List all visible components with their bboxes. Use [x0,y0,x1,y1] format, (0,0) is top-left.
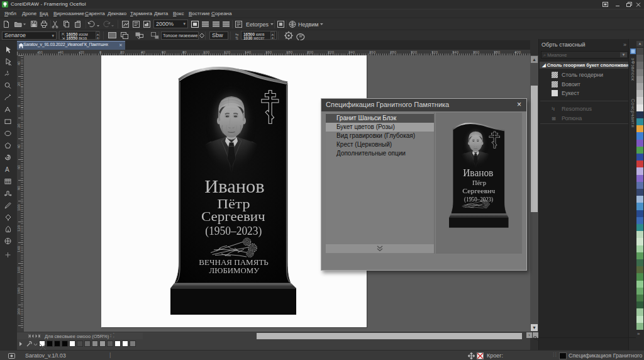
svg-text:Сергеевич: Сергеевич [201,209,265,224]
svg-text:Недвим: Недвим [298,21,319,28]
svg-text:Иванов: Иванов [463,167,493,179]
svg-text:ЛЮБИМОМУ: ЛЮБИМОМУ [209,267,260,274]
svg-text:Иванов: Иванов [204,176,264,196]
svg-text:Сергеевнч: Сергеевнч [462,187,495,194]
svg-text:Eetorpes: Eetorpes [246,21,269,28]
svg-text:(1950–2023): (1950–2023) [464,196,493,203]
svg-text:(1950–2023): (1950–2023) [205,224,262,238]
svg-text:A: A [5,166,9,173]
svg-text:Пёгр: Пёгр [472,179,486,186]
svg-text:ВЕЧНАЯ ПАМЯТЬ: ВЕЧНАЯ ПАМЯТЬ [199,259,269,266]
